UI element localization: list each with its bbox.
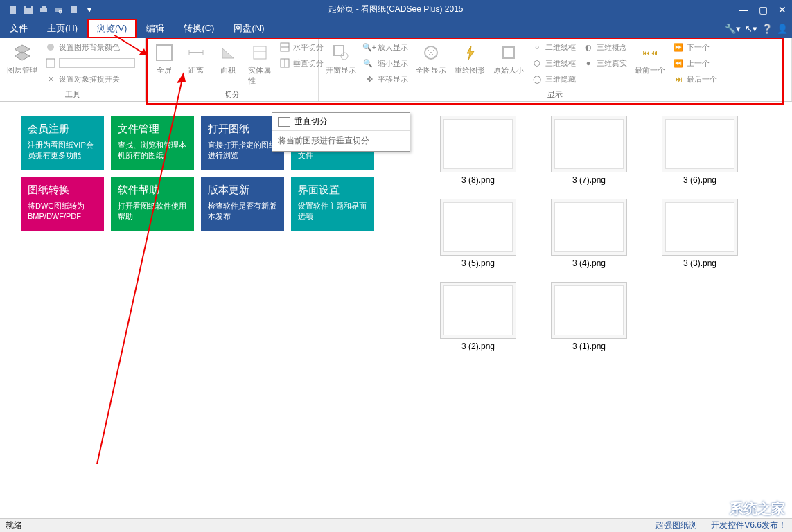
tile-7[interactable]: 界面设置设置软件主题和界面选项 [291, 177, 374, 231]
tile-desc: 注册为看图纸VIP会员拥有更多功能 [28, 140, 97, 161]
label: 图层管理 [7, 65, 37, 76]
svg-rect-2 [26, 6, 31, 8]
print-preview-icon[interactable] [53, 3, 65, 16]
tile-6[interactable]: 版本更新检查软件是否有新版本发布 [201, 177, 284, 231]
pan-button[interactable]: ✥平移显示 [362, 72, 410, 86]
close-button[interactable]: ✕ [773, 0, 792, 19]
user-icon[interactable]: 👤 [777, 24, 788, 34]
thumb-3[interactable]: 3 (5).png [430, 199, 527, 268]
hide3d-button[interactable]: ◯三维隐藏 [529, 72, 578, 86]
thumb-label: 3 (7).png [572, 175, 606, 185]
vsplit-icon [278, 117, 290, 127]
real3d-button[interactable]: ●三维真实 [581, 56, 629, 70]
zoom-in-button[interactable]: 🔍+放大显示 [362, 40, 410, 54]
tooltip-vsplit: 垂直切分 将当前图形进行垂直切分 [272, 112, 410, 152]
color-picker[interactable] [43, 56, 137, 70]
zoom-out-icon: 🔍- [364, 57, 375, 69]
qat-dropdown-icon[interactable]: ▾ [83, 3, 96, 16]
menu-convert[interactable]: 转换(C) [174, 19, 224, 38]
minimize-button[interactable]: — [734, 0, 753, 19]
next-button[interactable]: ⏩下一个 [671, 40, 719, 54]
original-icon [498, 42, 520, 64]
fullscreen-icon [153, 42, 175, 64]
tooltip-body: 将当前图形进行垂直切分 [272, 131, 410, 151]
status-link-2[interactable]: 开发控件V6.6发布！ [711, 520, 786, 531]
paste-icon[interactable] [68, 3, 80, 16]
menu-home[interactable]: 主页(H) [37, 19, 87, 38]
thumb-image [440, 282, 516, 339]
thumb-2[interactable]: 3 (6).png [651, 116, 748, 185]
tile-desc: 检查软件是否有新版本发布 [208, 201, 277, 222]
thumb-image [551, 282, 627, 339]
svg-point-8 [47, 44, 54, 51]
wrench-icon[interactable]: 🔧▾ [725, 24, 741, 34]
area-icon [217, 42, 239, 64]
thumb-7[interactable]: 3 (1).png [540, 282, 637, 351]
svg-rect-3 [40, 8, 47, 12]
wf2d-button[interactable]: ○二维线框 [529, 40, 578, 54]
menu-cloud[interactable]: 网盘(N) [224, 19, 274, 38]
redraw-button[interactable]: 重绘图形 [452, 40, 488, 77]
tile-title: 软件帮助 [118, 184, 187, 197]
3d-wire-icon: ⬡ [531, 57, 543, 69]
cursor-icon[interactable]: ↖▾ [745, 24, 757, 34]
svg-rect-20 [334, 46, 344, 55]
thumb-1[interactable]: 3 (7).png [540, 116, 637, 185]
area-button[interactable]: 面积 [213, 40, 243, 77]
first-button[interactable]: ⏮⏮最前一个 [632, 40, 668, 77]
pan-icon: ✥ [364, 73, 375, 85]
thumb-image [440, 116, 516, 172]
window-display-button[interactable]: 开窗显示 [323, 40, 359, 77]
tile-5[interactable]: 软件帮助打开看图纸软件使用帮助 [111, 177, 194, 231]
layers-icon [11, 42, 33, 64]
tooltip-title: 垂直切分 [272, 113, 410, 131]
concept3d-button[interactable]: ◐三维概念 [581, 40, 629, 54]
layer-manager-button[interactable]: 图层管理 [4, 40, 40, 77]
tile-desc: 将DWG图纸转为BMP/DWF/PDF [28, 201, 97, 222]
help-icon[interactable]: ❔ [762, 24, 773, 34]
menu-file[interactable]: 文件 [0, 19, 37, 38]
menu-browse[interactable]: 浏览(V) [87, 19, 137, 38]
maximize-button[interactable]: ▢ [753, 0, 773, 19]
prev-button[interactable]: ⏪上一个 [671, 56, 719, 70]
status-link-1[interactable]: 超强图纸浏 [655, 520, 697, 531]
svg-rect-9 [46, 59, 55, 67]
title-bar: ▾ 起始页 - 看图纸(CADSee Plus) 2015 — ▢ ✕ [0, 0, 792, 19]
thumb-0[interactable]: 3 (8).png [430, 116, 527, 185]
thumb-label: 3 (2).png [461, 342, 495, 351]
thumb-image [440, 199, 516, 256]
thumb-4[interactable]: 3 (4).png [540, 199, 637, 268]
save-icon[interactable] [22, 3, 35, 16]
original-size-button[interactable]: 原始大小 [491, 40, 527, 77]
menu-edit[interactable]: 编辑 [137, 19, 174, 38]
tile-title: 版本更新 [208, 184, 277, 197]
wf3d-button[interactable]: ⬡三维线框 [529, 56, 578, 70]
tile-title: 界面设置 [298, 184, 367, 197]
app-title: 起始页 - 看图纸(CADSee Plus) 2015 [328, 3, 463, 15]
thumb-6[interactable]: 3 (2).png [430, 282, 527, 351]
tile-title: 打开图纸 [208, 123, 277, 136]
tile-title: 会员注册 [28, 123, 97, 136]
svg-rect-4 [42, 6, 46, 8]
thumb-5[interactable]: 3 (3).png [651, 199, 748, 268]
thumb-label: 3 (1).png [572, 342, 606, 351]
bg-color-button[interactable]: 设置图形背景颜色 [43, 40, 137, 54]
last-button[interactable]: ⏭最后一个 [671, 72, 719, 86]
tile-1[interactable]: 文件管理查找、浏览和管理本机所有的图纸 [111, 116, 194, 170]
tile-desc: 直接打开指定的图纸进行浏览 [208, 140, 277, 161]
tile-4[interactable]: 图纸转换将DWG图纸转为BMP/DWF/PDF [21, 177, 104, 231]
snap-toggle-button[interactable]: ✕设置对象捕捉开关 [43, 72, 137, 86]
print-icon[interactable] [37, 3, 50, 16]
props-button[interactable]: 实体属性 [245, 40, 274, 87]
watermark: 系统之家 [706, 499, 785, 518]
distance-button[interactable]: 距离 [182, 40, 211, 77]
svg-rect-10 [157, 45, 172, 60]
full-display-button[interactable]: 全图显示 [413, 40, 449, 77]
thumb-label: 3 (5).png [461, 258, 495, 268]
zoom-out-button[interactable]: 🔍-缩小显示 [362, 56, 410, 70]
tile-0[interactable]: 会员注册注册为看图纸VIP会员拥有更多功能 [21, 116, 104, 170]
new-icon[interactable] [7, 3, 19, 16]
fullscreen-button[interactable]: 全屏 [150, 40, 179, 77]
3d-hide-icon: ◯ [531, 73, 543, 85]
lightning-icon [459, 42, 481, 64]
